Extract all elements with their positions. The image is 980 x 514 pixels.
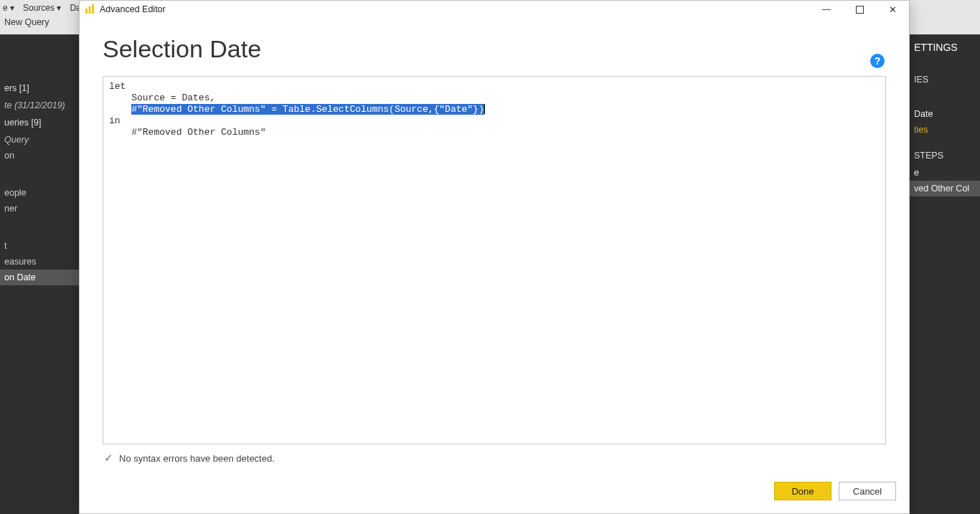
- code-line: #"Removed Other Columns": [131, 127, 265, 138]
- settings-header: ETTINGS: [910, 34, 980, 57]
- maximize-icon: [856, 6, 864, 14]
- svg-rect-0: [85, 9, 88, 14]
- syntax-status-text: No syntax errors have been detected.: [119, 453, 275, 464]
- sidebar-item[interactable]: t: [0, 238, 79, 254]
- powerbi-logo-icon: [84, 4, 95, 15]
- text-caret: [484, 104, 485, 114]
- ribbon-group-newquery[interactable]: New Query: [4, 17, 50, 27]
- sidebar-item[interactable]: eople: [0, 185, 79, 201]
- modal-titlebar: Advanced Editor — ✕: [80, 1, 909, 18]
- sidebar-item[interactable]: easures: [0, 254, 79, 270]
- settings-panel: ETTINGS IES Date ties STEPS e ved Other …: [910, 34, 980, 514]
- checkmark-icon: ✓: [104, 452, 113, 465]
- applied-step-selected[interactable]: ved Other Col: [910, 181, 980, 196]
- code-line: let: [109, 81, 126, 92]
- sidebar-item[interactable]: on: [0, 148, 79, 163]
- window-maximize-button[interactable]: [843, 1, 876, 18]
- sidebar-group2-header[interactable]: ueries [9]: [0, 113, 79, 132]
- sidebar-item[interactable]: ner: [0, 201, 79, 216]
- code-line: in: [109, 115, 121, 126]
- done-button[interactable]: Done: [774, 482, 831, 500]
- advanced-editor-modal: Advanced Editor — ✕ Selection Date ? let…: [79, 0, 910, 514]
- code-indent: [109, 104, 131, 115]
- svg-rect-3: [856, 6, 863, 13]
- queries-sidebar: ers [1] te (31/12/2019) ueries [9] Query…: [0, 34, 79, 514]
- applied-steps-header: STEPS: [910, 146, 980, 165]
- svg-rect-2: [92, 4, 94, 14]
- code-selection: #"Removed Other Columns" = Table.SelectC…: [131, 104, 484, 115]
- ribbon-item[interactable]: e ▾: [0, 3, 17, 13]
- properties-header: IES: [910, 70, 980, 89]
- query-name-value: Date: [910, 106, 980, 122]
- code-indent: [109, 127, 131, 138]
- window-minimize-button[interactable]: —: [810, 1, 843, 18]
- ribbon-row: e ▾ Sources ▾ Dat: [0, 0, 86, 16]
- sidebar-item-selected[interactable]: on Date: [0, 270, 79, 285]
- syntax-status: ✓ No syntax errors have been detected.: [103, 444, 886, 467]
- code-indent: [109, 92, 131, 103]
- modal-title-text: Advanced Editor: [100, 4, 166, 14]
- query-name-heading: Selection Date: [103, 35, 886, 63]
- sidebar-group1-header[interactable]: ers [1]: [0, 79, 79, 97]
- sidebar-item[interactable]: Query: [0, 132, 79, 148]
- cancel-button[interactable]: Cancel: [839, 482, 896, 500]
- help-icon[interactable]: ?: [870, 54, 885, 68]
- sidebar-item[interactable]: te (31/12/2019): [0, 97, 79, 113]
- modal-footer: Done Cancel: [80, 476, 909, 513]
- all-properties-link[interactable]: ties: [910, 122, 980, 138]
- code-line: Source = Dates,: [131, 92, 215, 103]
- ribbon-item[interactable]: Sources ▾: [20, 3, 64, 13]
- window-close-button[interactable]: ✕: [876, 1, 909, 18]
- svg-rect-1: [89, 6, 91, 14]
- applied-step[interactable]: e: [910, 165, 980, 181]
- code-editor[interactable]: let Source = Dates, #"Removed Other Colu…: [103, 76, 886, 444]
